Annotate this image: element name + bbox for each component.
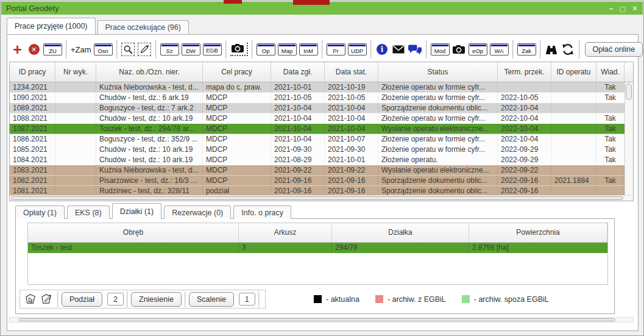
table-cell: MDCP bbox=[203, 176, 271, 185]
tab-eks[interactable]: EKS (8) bbox=[67, 206, 110, 219]
table-row[interactable]: 1087.2021Toszek - test, dz.: 294/78 ar..… bbox=[10, 124, 625, 134]
table-row[interactable]: 1082.2021Pisarzowice - test, dz.: 16/3 .… bbox=[10, 176, 625, 186]
table-row[interactable]: 1086.2021Boguszyce - test, dz.: 352/9 ..… bbox=[10, 134, 625, 145]
table-cell: Chudów - test, dz.: 6 ark.19 bbox=[96, 93, 203, 102]
table-row[interactable]: 1083.2021Kuźnia Nieborowska - test, d...… bbox=[10, 165, 625, 176]
column-header[interactable]: ID pracy bbox=[10, 62, 55, 82]
podzial-button[interactable]: Podział bbox=[62, 292, 102, 307]
info-button[interactable]: i bbox=[374, 40, 391, 59]
column-header[interactable]: Data stat. bbox=[325, 62, 378, 82]
column-header[interactable]: Wiad. bbox=[596, 62, 625, 82]
mail-button[interactable] bbox=[391, 40, 407, 59]
pr-button[interactable]: Pr bbox=[325, 40, 347, 59]
column-header[interactable]: Cel pracy bbox=[203, 62, 271, 82]
minimize-icon[interactable]: – bbox=[609, 5, 614, 12]
camera-icon bbox=[452, 45, 465, 54]
table-cell: 2021-09-16 bbox=[271, 176, 325, 185]
table-cell: Boguszyce - test, dz.: 352/9 ... bbox=[96, 134, 203, 144]
table-cell: Tak bbox=[596, 134, 625, 144]
close-icon[interactable]: ✕ bbox=[632, 5, 638, 12]
column-header[interactable]: Naz. ob./Ozn. nier. bbox=[96, 62, 203, 82]
tab-dzialki[interactable]: Działki (1) bbox=[112, 203, 162, 219]
page-scrollbar-thumb[interactable] bbox=[18, 318, 615, 321]
column-header[interactable]: Działka bbox=[332, 223, 469, 242]
vertical-scrollbar[interactable] bbox=[625, 82, 633, 195]
camera-button[interactable] bbox=[451, 40, 467, 59]
horizontal-scrollbar-thumb[interactable] bbox=[11, 196, 623, 200]
wa-button[interactable]: WA bbox=[489, 40, 510, 59]
table-row[interactable]: 1088.2021Chudów - test, dz.: 10 ark.19MD… bbox=[10, 113, 625, 124]
page-horizontal-scrollbar[interactable] bbox=[9, 317, 634, 323]
works-table: ID pracyNr wyk.Naz. ob./Ozn. nier.Cel pr… bbox=[9, 62, 634, 201]
vertical-scrollbar-thumb[interactable] bbox=[626, 84, 632, 100]
column-header[interactable]: ID operatu bbox=[551, 62, 596, 82]
parcel-cursor-icon bbox=[25, 293, 37, 305]
pay-online-button[interactable]: Opłać online bbox=[585, 42, 643, 57]
parcel-legend: - aktualna- archiw. z EGBiL- archiw. spo… bbox=[314, 290, 549, 309]
table-cell: Kuźnia Nieborowska - test, d... bbox=[96, 165, 203, 175]
select-parcel-button[interactable] bbox=[23, 292, 38, 307]
egib-button[interactable]: EGiB bbox=[202, 40, 223, 59]
map-button[interactable]: Map bbox=[277, 40, 298, 59]
inm-button[interactable]: InM bbox=[298, 40, 319, 59]
table-cell: 1090.2021 bbox=[10, 93, 55, 102]
column-header[interactable]: Nr wyk. bbox=[55, 62, 96, 82]
scalenie-button[interactable]: Scalenie bbox=[189, 292, 234, 307]
zniesienie-button[interactable]: Zniesienie bbox=[131, 292, 182, 307]
detail-panel: ObrębArkuszDziałkaPowierzchnia Toszek - … bbox=[15, 218, 615, 314]
column-header[interactable]: Status bbox=[378, 62, 498, 82]
sz-button[interactable]: Sz bbox=[159, 40, 180, 59]
chat-button[interactable] bbox=[407, 40, 423, 59]
column-header[interactable]: Obręb bbox=[28, 223, 239, 242]
table-cell: MDCP bbox=[203, 145, 271, 154]
edit-region-button[interactable] bbox=[136, 40, 153, 59]
podzial-count-field[interactable]: 2 bbox=[107, 293, 124, 306]
add-zam-button[interactable]: +Zam bbox=[69, 40, 93, 59]
table-cell: 294/78 bbox=[332, 243, 469, 253]
table-cell bbox=[55, 186, 96, 195]
table-cell: 2021-10-05 bbox=[271, 93, 325, 102]
cancel-work-button[interactable]: ✕ bbox=[26, 40, 42, 59]
toolbar-separator bbox=[426, 40, 427, 59]
column-header[interactable]: Term. przek. bbox=[498, 62, 551, 82]
osn-button[interactable]: Osn bbox=[93, 40, 114, 59]
table-cell bbox=[551, 186, 596, 195]
find-button[interactable] bbox=[543, 40, 560, 59]
column-header[interactable]: Arkusz bbox=[239, 223, 332, 242]
column-header[interactable]: Data zgł. bbox=[271, 62, 325, 82]
table-cell: Tak bbox=[596, 82, 625, 92]
sz-window-icon: Sz bbox=[160, 43, 179, 55]
table-cell: Sporządzenie dokumentu oblic... bbox=[378, 176, 498, 185]
table-row[interactable]: 1234.2021Kuźnia Nieborowska - test, d...… bbox=[10, 82, 625, 93]
camera-region-button[interactable] bbox=[229, 40, 249, 59]
tab-prace-oczekujace[interactable]: Prace oczekujące (96) bbox=[97, 20, 189, 34]
eop-button[interactable]: eOp bbox=[467, 40, 489, 59]
dw-button[interactable]: DW bbox=[180, 40, 202, 59]
tab-info-o-pracy[interactable]: Info. o pracy bbox=[233, 206, 291, 219]
table-row[interactable]: 1090.2021Chudów - test, dz.: 6 ark.19MDC… bbox=[10, 93, 625, 103]
zoom-region-button[interactable] bbox=[120, 40, 136, 59]
tab-rezerwacje[interactable]: Rezerwacje (0) bbox=[164, 206, 231, 219]
table-cell: 1087.2021 bbox=[10, 124, 55, 134]
table-row[interactable]: 1089.2021Boguszyce - test, dz.: 7 ark.2M… bbox=[10, 103, 625, 113]
table-cell: Wysłanie operatu elektroniczne... bbox=[378, 124, 498, 134]
udp-button[interactable]: UDP bbox=[347, 40, 368, 59]
table-row[interactable]: 1085.2021Chudów - test, dz.: 10 ark.19MD… bbox=[10, 145, 625, 155]
column-header[interactable]: Powierzchnia bbox=[469, 223, 607, 242]
tab-oplaty[interactable]: Opłaty (1) bbox=[15, 206, 65, 219]
edit-parcel-button[interactable] bbox=[38, 292, 54, 307]
op-button[interactable]: Op bbox=[255, 40, 277, 59]
add-work-button[interactable]: + bbox=[9, 40, 26, 59]
zak-button[interactable]: Zak bbox=[516, 40, 537, 59]
maximize-icon[interactable]: ▢ bbox=[620, 5, 626, 12]
zu-button[interactable]: ZU bbox=[42, 40, 63, 59]
table-row[interactable]: Toszek - test3294/782.8798 [ha] bbox=[28, 243, 607, 253]
horizontal-scrollbar[interactable] bbox=[10, 195, 633, 201]
table-row[interactable]: 1084.2021Chudów - test, dz.: 10 ark.19MD… bbox=[10, 155, 625, 165]
parcels-table-header: ObrębArkuszDziałkaPowierzchnia bbox=[28, 223, 607, 243]
table-row[interactable]: 1081.2021Rudziniec - test, dz.: 328/11po… bbox=[10, 186, 625, 195]
mod-button[interactable]: Mod bbox=[430, 40, 451, 59]
scalenie-count-field[interactable]: 1 bbox=[239, 293, 255, 306]
tab-prace-przyjete[interactable]: Prace przyjęte (1000) bbox=[7, 18, 96, 34]
refresh-button[interactable] bbox=[560, 40, 576, 59]
